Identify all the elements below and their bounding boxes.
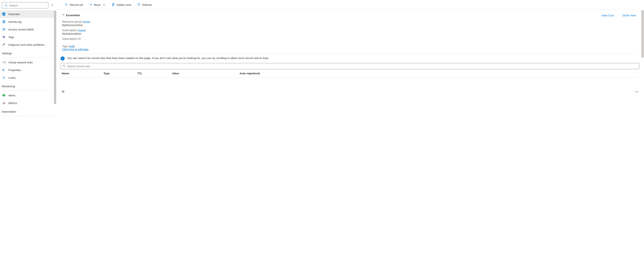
svg-point-9 <box>4 29 5 29</box>
chevron-up-icon <box>62 14 64 17</box>
toolbar-label: Delete zone <box>117 3 131 6</box>
lock-icon <box>2 76 6 80</box>
properties-icon <box>2 68 6 72</box>
sidebar-scrollbar[interactable] <box>54 11 56 270</box>
svg-rect-21 <box>3 103 3 104</box>
col-header-auto[interactable]: Auto registered <box>240 72 639 75</box>
resource-group-label: Resource group <box>62 20 82 23</box>
table-row[interactable]: @ <box>60 78 639 92</box>
tags-label: Tags <box>62 45 68 48</box>
essentials-toggle[interactable]: Essentials <box>62 14 80 17</box>
sidebar-item-vnet-links[interactable]: Virtual network links <box>0 58 56 66</box>
sidebar-item-label: Diagnose and solve problems <box>8 43 44 46</box>
svg-point-12 <box>4 61 5 62</box>
search-icon <box>62 64 65 68</box>
sidebar-item-overview[interactable]: DNS Overview <box>0 10 56 18</box>
sidebar-item-label: Virtual network links <box>8 61 33 64</box>
info-icon: i <box>60 56 64 60</box>
sidebar-item-properties[interactable]: Properties <box>0 66 56 74</box>
sidebar-item-iam[interactable]: Access control (IAM) <box>0 25 56 33</box>
trash-icon <box>112 3 115 7</box>
svg-rect-6 <box>3 21 5 21</box>
subscription-id-value <box>62 40 636 41</box>
sidebar-item-alerts[interactable]: Alerts <box>0 92 56 99</box>
svg-text:DNS: DNS <box>2 13 5 15</box>
resource-group-move-link[interactable]: move <box>83 20 90 23</box>
row-context-menu-button[interactable] <box>635 90 639 93</box>
info-text: You can search for record sets that have… <box>67 56 269 60</box>
search-icon <box>4 3 8 7</box>
delete-zone-button[interactable]: Delete zone <box>109 2 134 8</box>
sidebar-search[interactable] <box>2 2 48 8</box>
move-button[interactable]: Move <box>86 2 108 8</box>
col-header-name[interactable]: Name <box>60 72 104 75</box>
record-search[interactable] <box>60 63 639 69</box>
svg-point-11 <box>2 62 3 63</box>
svg-rect-19 <box>4 95 4 96</box>
svg-point-30 <box>63 65 64 66</box>
toolbar: Record set Move Delete zone <box>56 0 642 10</box>
add-tags-link[interactable]: Click here to add tags <box>62 48 88 51</box>
section-header-settings: Settings <box>0 48 56 56</box>
sidebar-item-label: Metrics <box>8 102 17 105</box>
record-search-input[interactable] <box>67 65 637 68</box>
subscription-id-label: Subscription ID <box>62 37 81 40</box>
svg-rect-16 <box>4 69 4 71</box>
section-header-monitoring: Monitoring <box>0 81 56 89</box>
view-cost-link[interactable]: View Cost <box>602 14 614 17</box>
refresh-icon <box>137 3 140 7</box>
svg-rect-23 <box>4 102 5 104</box>
svg-point-10 <box>3 36 3 37</box>
resource-group-value: MyResourceGrp <box>62 23 636 27</box>
essentials-title-label: Essentials <box>66 14 80 17</box>
svg-rect-5 <box>3 21 5 21</box>
sidebar-item-label: Activity log <box>8 20 22 23</box>
svg-rect-15 <box>4 69 4 71</box>
toolbar-label: Record set <box>70 3 83 6</box>
sidebar-item-tags[interactable]: Tags <box>0 33 56 41</box>
refresh-button[interactable]: Refresh <box>134 2 154 8</box>
plus-icon <box>64 3 68 7</box>
json-view-link[interactable]: JSON View <box>622 14 636 17</box>
toolbar-label: Move <box>94 3 101 6</box>
toolbar-label: Refresh <box>142 3 152 6</box>
svg-rect-14 <box>3 69 3 71</box>
subscription-value: MySubscription <box>62 32 636 35</box>
sidebar-item-metrics[interactable]: Metrics <box>0 99 56 107</box>
sidebar-item-activity-log[interactable]: Activity log <box>0 18 56 25</box>
svg-point-34 <box>638 92 638 92</box>
tags-edit-link[interactable]: edit <box>70 45 74 48</box>
activity-log-icon <box>2 20 6 24</box>
collapse-sidebar-button[interactable] <box>50 3 54 8</box>
col-header-type[interactable]: Type <box>104 72 137 75</box>
sidebar-item-locks[interactable]: Locks <box>0 74 56 81</box>
record-set-button[interactable]: Record set <box>62 2 86 8</box>
subscription-move-link[interactable]: move <box>79 29 85 32</box>
svg-rect-17 <box>3 77 5 79</box>
svg-rect-22 <box>4 102 4 104</box>
main-scrollbar[interactable] <box>642 10 644 270</box>
sidebar-item-label: Properties <box>8 69 21 72</box>
main-content: Record set Move Delete zone <box>56 0 644 270</box>
info-banner: i You can search for record sets that ha… <box>56 54 642 62</box>
svg-line-31 <box>64 66 65 67</box>
svg-point-13 <box>4 63 5 63</box>
sidebar-search-input[interactable] <box>9 4 46 7</box>
col-header-ttl[interactable]: TTL <box>137 72 172 75</box>
people-icon <box>2 27 6 31</box>
divider <box>2 57 54 57</box>
subscription-label: Subscription <box>62 29 77 32</box>
svg-rect-27 <box>112 4 114 6</box>
svg-point-32 <box>635 92 636 92</box>
dns-zone-icon: DNS <box>2 12 6 16</box>
col-header-value[interactable]: Value <box>172 72 240 75</box>
sidebar-item-label: Access control (IAM) <box>8 28 34 31</box>
alerts-icon <box>2 93 6 97</box>
svg-point-0 <box>5 4 6 6</box>
svg-line-1 <box>6 6 7 6</box>
sidebar-item-diagnose[interactable]: Diagnose and solve problems <box>0 41 56 48</box>
sidebar-item-label: Alerts <box>8 94 15 97</box>
sidebar-item-label: Overview <box>8 12 20 16</box>
divider <box>2 116 54 116</box>
svg-point-33 <box>636 92 637 92</box>
